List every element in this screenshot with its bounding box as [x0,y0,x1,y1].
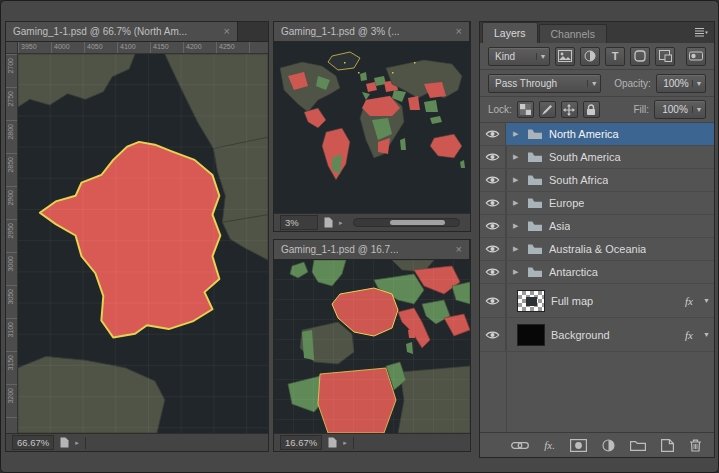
layer-name: Europe [549,197,584,209]
status-popup-arrow-icon[interactable]: ▸ [343,439,347,447]
close-tab-icon[interactable]: × [456,244,462,255]
visibility-eye-icon[interactable] [480,215,506,237]
disclosure-triangle-icon[interactable]: ▶ [513,199,521,207]
disclosure-triangle-icon[interactable]: ▶ [513,245,521,253]
ruler-tick-label: 4100 [120,43,136,50]
layer-row[interactable]: ▶North America [480,123,714,146]
layer-row[interactable]: ▶Australia & Oceania [480,238,714,261]
lock-transparency-icon[interactable] [517,101,534,118]
ruler-tick-label: 3000 [7,256,14,272]
document-tab[interactable]: Gaming_1-1.psd @ 66.7% (North Am... × [6,22,238,41]
panel-menu-icon[interactable] [688,22,714,43]
add-layer-mask-icon[interactable] [570,439,587,452]
layers-panel-toolbar: fx. [480,432,714,457]
statusbar-world: 3% ▸ [274,213,470,231]
zoom-field[interactable]: 16.67% [280,435,322,450]
status-popup-arrow-icon[interactable]: ▸ [339,219,343,227]
layer-filter-row: Kind ▼ T [480,43,714,70]
filter-type-layers-icon[interactable]: T [605,47,625,66]
chevron-down-icon: ▼ [692,80,705,87]
filter-shape-layers-icon[interactable] [630,47,650,66]
document-tabbar: Gaming_1-1.psd @ 3% (... × [274,22,470,42]
layer-thumbnail[interactable] [517,324,545,346]
fx-badge: fx [685,329,693,341]
visibility-eye-icon[interactable] [480,238,506,260]
blend-mode-dropdown[interactable]: Pass Through ▼ [488,74,601,93]
scrollbar-thumb[interactable] [390,220,445,225]
tab-channels[interactable]: Channels [539,24,607,43]
delete-layer-icon[interactable] [689,439,702,452]
ruler-tick-label: 3150 [7,355,14,371]
visibility-eye-icon[interactable] [480,261,506,283]
layer-row[interactable]: Backgroundfx▼ [480,318,714,352]
horizontal-scrollbar[interactable] [353,218,460,227]
layer-row[interactable]: Full mapfx▼ [480,284,714,318]
zoom-field[interactable]: 66.67% [12,435,54,450]
layer-row[interactable]: ▶South Africa [480,169,714,192]
chevron-down-icon: ▼ [692,106,705,113]
disclosure-triangle-icon[interactable]: ▶ [513,268,521,276]
lock-position-icon[interactable] [561,101,578,118]
filter-smart-object-icon[interactable] [655,47,675,66]
canvas-europe-view[interactable] [274,260,470,433]
document-tab[interactable]: Gaming_1-1.psd @ 3% (... × [274,22,470,41]
new-adjustment-layer-icon[interactable] [602,439,615,452]
kind-filter-dropdown[interactable]: Kind ▼ [488,47,550,66]
new-group-icon[interactable] [630,439,646,451]
link-layers-icon[interactable] [511,441,529,450]
group-folder-icon [527,243,543,255]
visibility-eye-icon[interactable] [480,192,506,214]
fx-collapse-chevron-icon[interactable]: ▼ [699,331,714,338]
ruler-tick-label: 4000 [54,43,70,50]
visibility-eye-icon[interactable] [480,123,506,145]
document-window-world: Gaming_1-1.psd @ 3% (... × [273,21,471,232]
fill-dropdown[interactable]: 100% ▼ [654,100,706,119]
status-popup-arrow-icon[interactable]: ▸ [75,439,79,447]
map-svg-europe [274,260,470,433]
ruler-tick-label: 2950 [7,223,14,239]
layer-row[interactable]: ▶South America [480,146,714,169]
disclosure-triangle-icon[interactable]: ▶ [513,222,521,230]
filter-adjustment-layers-icon[interactable] [580,47,600,66]
document-info-icon[interactable] [328,437,337,448]
lock-row: Lock: Fill: 100% ▼ [480,97,714,123]
visibility-eye-icon[interactable] [480,169,506,191]
filter-toggle-icon[interactable] [686,47,706,66]
close-tab-icon[interactable]: × [456,26,462,37]
ruler-tick-label: 4150 [153,43,169,50]
visibility-eye-icon[interactable] [480,146,506,168]
opacity-dropdown[interactable]: 100% ▼ [656,74,706,93]
visibility-eye-icon[interactable] [480,284,506,317]
document-tab[interactable]: Gaming_1-1.psd @ 16.7... × [274,240,470,259]
map-svg-world [274,42,470,213]
fill-label: Fill: [633,104,649,115]
layer-row[interactable]: ▶Asia [480,215,714,238]
group-folder-icon [527,174,543,186]
document-info-icon[interactable] [324,217,333,228]
layer-row[interactable]: ▶Antarctica [480,261,714,284]
document-window-main: Gaming_1-1.psd @ 66.7% (North Am... × 39… [5,21,269,452]
layer-name: North America [549,128,619,140]
add-layer-style-icon[interactable]: fx. [544,439,555,451]
visibility-eye-icon[interactable] [480,318,506,351]
ruler-top-labels: 3950400040504100415042004250 [18,42,268,54]
close-tab-icon[interactable]: × [224,26,230,37]
group-folder-icon [527,128,543,140]
fx-collapse-chevron-icon[interactable]: ▼ [699,297,714,304]
disclosure-triangle-icon[interactable]: ▶ [513,176,521,184]
new-layer-icon[interactable] [661,439,674,452]
blend-mode-value: Pass Through [495,78,557,89]
canvas-france-view[interactable] [18,54,268,433]
lock-all-icon[interactable] [583,101,600,118]
filter-pixel-layers-icon[interactable] [555,47,575,66]
canvas-world-view[interactable] [274,42,470,213]
disclosure-triangle-icon[interactable]: ▶ [513,130,521,138]
layer-row[interactable]: ▶Europe [480,192,714,215]
layer-thumbnail[interactable] [517,290,545,312]
layer-name: Australia & Oceania [549,243,646,255]
document-info-icon[interactable] [60,437,69,448]
lock-pixels-icon[interactable] [539,101,556,118]
tab-layers[interactable]: Layers [482,22,538,43]
zoom-field[interactable]: 3% [280,215,318,230]
disclosure-triangle-icon[interactable]: ▶ [513,153,521,161]
